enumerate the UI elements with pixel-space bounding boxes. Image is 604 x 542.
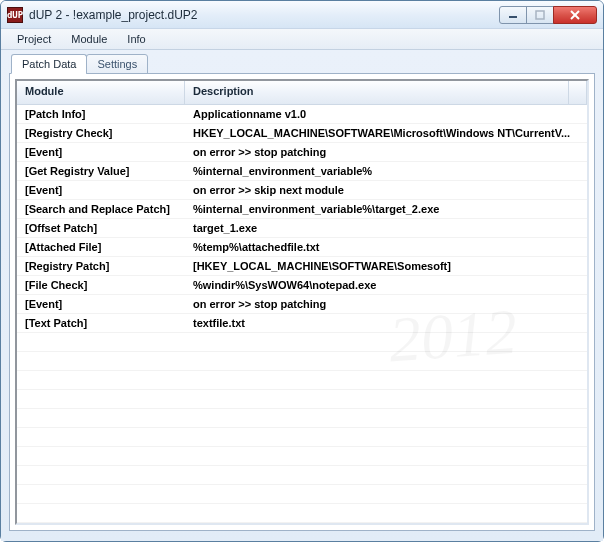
tab-panel: 2012 Module Description [Patch Info]Appl… [9,73,595,531]
module-listview[interactable]: 2012 Module Description [Patch Info]Appl… [15,79,589,525]
table-row [17,466,587,485]
cell-description: Applicationname v1.0 [185,108,587,120]
column-header-description[interactable]: Description [185,81,569,104]
cell-module: [Search and Replace Patch] [17,203,185,215]
table-row [17,485,587,504]
table-row[interactable]: [Event]on error >> stop patching [17,295,587,314]
menubar: Project Module Info [1,29,603,50]
table-row[interactable]: [Registry Check]HKEY_LOCAL_MACHINE\SOFTW… [17,124,587,143]
table-row [17,428,587,447]
cell-description: %temp%\attachedfile.txt [185,241,587,253]
table-row[interactable]: [Patch Info]Applicationname v1.0 [17,105,587,124]
maximize-button[interactable] [526,6,554,24]
column-header-padding [569,81,587,104]
table-row [17,447,587,466]
cell-module: [Event] [17,298,185,310]
table-row[interactable]: [Event]on error >> stop patching [17,143,587,162]
tab-patch-data[interactable]: Patch Data [11,54,87,74]
cell-module: [Text Patch] [17,317,185,329]
cell-module: [Offset Patch] [17,222,185,234]
tab-settings[interactable]: Settings [86,54,148,74]
svg-rect-1 [536,11,544,19]
cell-module: [Registry Check] [17,127,185,139]
close-button[interactable] [553,6,597,24]
menu-info[interactable]: Info [117,31,155,47]
table-row[interactable]: [Attached File]%temp%\attachedfile.txt [17,238,587,257]
panel-inner: 2012 Module Description [Patch Info]Appl… [10,74,594,530]
app-window: dUP dUP 2 - !example_project.dUP2 Projec… [0,0,604,542]
table-row[interactable]: [Offset Patch]target_1.exe [17,219,587,238]
cell-module: [Attached File] [17,241,185,253]
maximize-icon [535,10,545,20]
listview-body[interactable]: [Patch Info]Applicationname v1.0[Registr… [17,105,587,523]
window-title: dUP 2 - !example_project.dUP2 [29,8,500,22]
cell-description: %internal_environment_variable% [185,165,587,177]
listview-header: Module Description [17,81,587,105]
cell-module: [Get Registry Value] [17,165,185,177]
minimize-button[interactable] [499,6,527,24]
table-row [17,504,587,523]
cell-description: [HKEY_LOCAL_MACHINE\SOFTWARE\Somesoft] [185,260,587,272]
cell-description: %windir%\SysWOW64\notepad.exe [185,279,587,291]
close-icon [570,10,580,20]
tabstrip: Patch Data Settings [9,52,595,74]
client-area: Patch Data Settings 2012 Module Descript… [1,50,603,541]
table-row[interactable]: [File Check]%windir%\SysWOW64\notepad.ex… [17,276,587,295]
column-header-module[interactable]: Module [17,81,185,104]
app-icon: dUP [7,7,23,23]
table-row [17,371,587,390]
cell-module: [File Check] [17,279,185,291]
table-row[interactable]: [Registry Patch][HKEY_LOCAL_MACHINE\SOFT… [17,257,587,276]
table-row [17,409,587,428]
table-row [17,333,587,352]
table-row[interactable]: [Event]on error >> skip next module [17,181,587,200]
cell-description: on error >> stop patching [185,146,587,158]
titlebar[interactable]: dUP dUP 2 - !example_project.dUP2 [1,1,603,29]
minimize-icon [508,10,518,20]
table-row[interactable]: [Text Patch]textfile.txt [17,314,587,333]
cell-description: %internal_environment_variable%\target_2… [185,203,587,215]
cell-module: [Registry Patch] [17,260,185,272]
window-controls [500,6,597,24]
menu-module[interactable]: Module [61,31,117,47]
cell-description: target_1.exe [185,222,587,234]
cell-module: [Event] [17,146,185,158]
cell-module: [Event] [17,184,185,196]
cell-description: textfile.txt [185,317,587,329]
table-row [17,390,587,409]
cell-description: on error >> skip next module [185,184,587,196]
cell-module: [Patch Info] [17,108,185,120]
menu-project[interactable]: Project [7,31,61,47]
table-row [17,352,587,371]
table-row[interactable]: [Search and Replace Patch]%internal_envi… [17,200,587,219]
table-row[interactable]: [Get Registry Value]%internal_environmen… [17,162,587,181]
cell-description: HKEY_LOCAL_MACHINE\SOFTWARE\Microsoft\Wi… [185,127,587,139]
cell-description: on error >> stop patching [185,298,587,310]
